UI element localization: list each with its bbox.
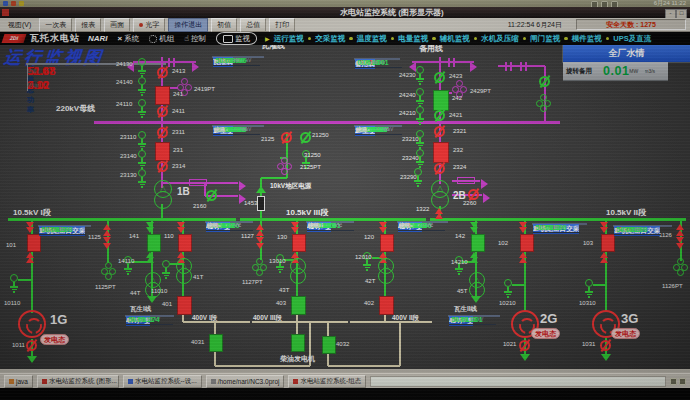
menu-button[interactable]: 初值 <box>211 18 237 32</box>
ground-bars <box>458 273 461 275</box>
desktop-clock: 6月24 11:22 <box>654 0 686 7</box>
device-label: 42T <box>365 278 375 284</box>
measurement-box: 瓦灌线P51.68MWQ4.02MVarUab233.00kVIa127.0AC… <box>212 56 264 58</box>
desktop-icon[interactable] <box>19 1 24 6</box>
device-label: 24110 <box>116 101 132 107</box>
breaker-square[interactable] <box>380 234 394 252</box>
breaker-square[interactable] <box>155 86 170 105</box>
unit-menu[interactable]: 机组 <box>149 34 174 44</box>
ground-bars <box>138 111 146 113</box>
taskbar-button[interactable]: 水电站监控系统--设... <box>123 375 202 388</box>
submenu-item[interactable]: 水机及压缩 <box>481 34 519 44</box>
taskbar-button[interactable]: /home/nari/NC3.0proj <box>206 375 285 388</box>
menu-button[interactable]: 光字 <box>133 18 165 32</box>
box-unit: ℃ <box>424 223 435 228</box>
capacitor-icon <box>510 62 512 71</box>
device-label: 403 <box>276 300 286 306</box>
breaker-square[interactable] <box>433 142 449 163</box>
wire <box>593 284 606 286</box>
status-badge: 发电态 <box>611 328 640 339</box>
box-value: 50.03 <box>216 57 233 64</box>
menu-button[interactable]: 一次表 <box>39 18 72 32</box>
arrow-icon <box>27 356 37 363</box>
breaker-square[interactable] <box>155 142 170 161</box>
breaker-square[interactable] <box>147 234 161 252</box>
zdi-logo: ZDI <box>2 34 27 43</box>
menu-button[interactable]: 视图(V) <box>3 19 36 31</box>
submenu-item[interactable]: 温度监视 <box>357 34 387 44</box>
device-label: 23110 <box>120 134 136 140</box>
submenu-item[interactable]: 交采监视 <box>315 34 345 44</box>
breaker-square[interactable] <box>601 234 615 252</box>
device-label: 2413 <box>172 68 185 74</box>
breaker-square[interactable] <box>209 334 223 352</box>
taskbar-tray[interactable] <box>670 378 686 385</box>
device-label: 242 <box>452 95 462 101</box>
transformer-icon <box>431 191 449 209</box>
transformer-icon <box>154 191 172 209</box>
submenu-item[interactable]: 辅机监视 <box>440 34 470 44</box>
bullet-icon <box>523 37 527 41</box>
arrow-icon <box>26 227 34 233</box>
pt-icon <box>677 269 684 276</box>
box-unit: Hz <box>147 317 158 322</box>
submenu-item[interactable]: 电量监视 <box>398 34 428 44</box>
arrow-icon <box>409 62 416 72</box>
window-titlebar[interactable]: 水电站监控系统 (图形显示器) - □ <box>0 7 690 18</box>
breaker-square[interactable] <box>178 234 192 252</box>
taskbar-button[interactable]: 水电站监控系统-组态 <box>288 375 366 388</box>
breaker-square[interactable] <box>322 336 336 354</box>
menu-button[interactable]: 总值 <box>240 18 266 32</box>
control-menu[interactable]: ☝控制 <box>184 34 206 44</box>
box-value: 56.6 <box>218 222 231 229</box>
device-label: 1011 <box>12 342 25 348</box>
bus-label: 10.5kV III段 <box>286 207 328 218</box>
breaker-square[interactable] <box>433 90 449 111</box>
system-menu[interactable]: ×系统 <box>118 34 140 44</box>
submenu-item[interactable]: UPS及直流 <box>613 34 651 44</box>
breaker-square[interactable] <box>292 234 306 252</box>
ground-bars <box>365 267 370 269</box>
submenu-item[interactable]: 模件监视 <box>572 34 602 44</box>
pt-icon <box>256 269 263 276</box>
pt-icon <box>540 105 547 112</box>
device-label: 11010 <box>151 288 167 294</box>
desktop-icon[interactable] <box>3 1 8 6</box>
box-value: 50.03 <box>452 316 469 323</box>
measurement-box: 2#主变P-30.11MWQ-2.35MVarUab232.51kVIa74.0… <box>354 125 402 127</box>
ground-bars <box>140 114 145 116</box>
breaker-square[interactable] <box>379 296 394 315</box>
arrow-icon <box>435 213 443 219</box>
hydro-row: 旋转备用0.01MW <box>563 62 645 81</box>
taskbar: java水电站监控系统 (图形...水电站监控系统--设.../home/nar… <box>0 373 690 389</box>
breaker-square[interactable] <box>27 234 41 252</box>
menu-button[interactable]: 画面 <box>104 18 130 32</box>
submenu-item[interactable]: 运行监视 <box>274 34 304 44</box>
breaker-square[interactable] <box>471 234 485 252</box>
device-label: 2125PT <box>300 164 321 170</box>
box-value: 50.03 <box>536 224 553 231</box>
breaker-square[interactable] <box>291 296 306 315</box>
taskbar-button[interactable]: java <box>4 375 33 388</box>
device-label: 1322 <box>416 206 429 212</box>
taskbar-button[interactable]: 水电站监控系统 (图形... <box>37 375 119 388</box>
ground-bars <box>140 92 145 94</box>
breaker-square[interactable] <box>177 296 192 315</box>
ground-bars <box>141 116 144 118</box>
device-label: 13010 <box>269 258 286 264</box>
ground-switch-icon <box>416 66 424 74</box>
menu-button[interactable]: 操作退出 <box>168 18 208 32</box>
menu-button[interactable]: 打印 <box>269 18 295 32</box>
monitor-menu[interactable]: 监视 <box>216 32 257 45</box>
submenu-item[interactable]: 闸门监视 <box>530 34 560 44</box>
breaker-square[interactable] <box>520 234 534 252</box>
breaker-square[interactable] <box>291 334 305 352</box>
device-label: 10210 <box>499 300 516 306</box>
device-label: 401 <box>162 301 172 307</box>
menu-button[interactable]: 报表 <box>75 18 101 32</box>
hydro-value: 0.01 <box>603 64 629 78</box>
arrow-icon <box>519 227 527 233</box>
arrow-icon <box>470 257 478 263</box>
diagram-canvas: 运行监视图 机组总功率 线路总功率 P52.07MW Q2.10MVar P51… <box>0 45 690 369</box>
desktop-icon[interactable] <box>11 1 16 6</box>
